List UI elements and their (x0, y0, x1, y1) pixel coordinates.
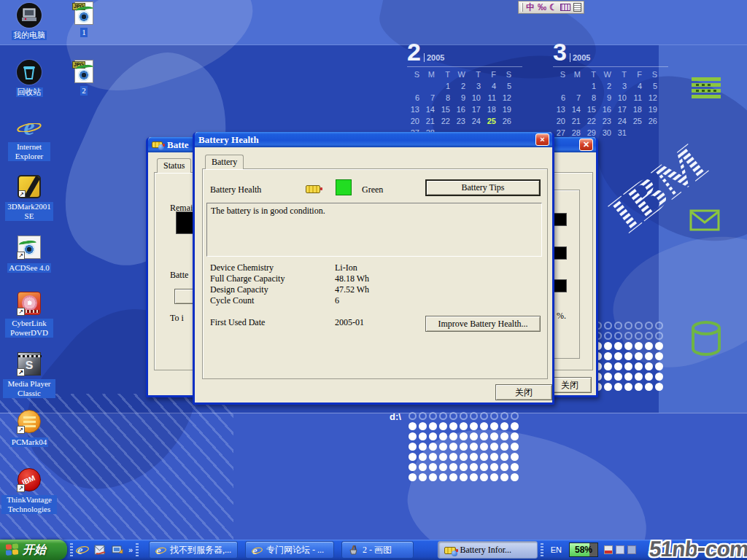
task-button-ie-2[interactable]: e 专门网论坛 - ... (245, 541, 334, 559)
close-icon[interactable]: × (535, 133, 549, 146)
halftone-dot (490, 412, 498, 420)
calendar-day: 9 (599, 93, 614, 102)
desktop-icon-my-computer[interactable]: 我的电脑 (1, 3, 57, 41)
shortcut-arrow-icon: ↗ (17, 426, 25, 434)
ime-halfwidth-icon[interactable]: ‰ (538, 2, 546, 12)
halftone-dot (645, 332, 653, 340)
improve-battery-health-button[interactable]: Improve Battery Health... (425, 316, 541, 332)
battery-tips-button[interactable]: Battery Tips (425, 179, 541, 196)
halftone-dot (614, 342, 622, 350)
calendar-year: 2005 (570, 53, 590, 62)
halftone-dot (511, 432, 519, 440)
taskband-grip[interactable] (136, 543, 139, 556)
prop-label: Cycle Count (210, 295, 254, 306)
task-button-ie-1[interactable]: e 找不到服务器,... (149, 541, 238, 559)
dialog-close-button[interactable]: 关闭 (495, 384, 552, 400)
desktop-icon-powerdvd[interactable]: ↗ CyberLink PowerDVD (1, 292, 57, 338)
background-close-button[interactable]: 关闭 (548, 377, 592, 393)
calendar-day: 19 (645, 105, 660, 114)
icon-label: ThinkVantage Technologies (1, 495, 57, 514)
halftone-dot (470, 453, 478, 461)
tab-battery[interactable]: Battery (205, 155, 244, 169)
halftone-dot (480, 463, 488, 471)
calendar-day: 2 (599, 82, 614, 90)
halftone-dot (614, 352, 622, 360)
desktop-icon-pcmark04[interactable]: ↗ PCMark04 (1, 410, 57, 448)
calendar-day (568, 82, 584, 90)
calendar-day: 1 (438, 82, 453, 90)
desktop-icon-thinkvantage[interactable]: IBM ↗ ThinkVantage Technologies (1, 468, 57, 515)
tray-icon[interactable] (627, 545, 636, 554)
ime-keyboard-icon[interactable] (560, 4, 570, 11)
calendar-day: 6 (407, 93, 422, 102)
halftone-dot (645, 342, 653, 350)
halftone-dot (460, 453, 468, 461)
halftone-dot (470, 432, 478, 440)
halftone-dot (419, 463, 427, 471)
icon-label: CyberLink PowerDVD (5, 319, 53, 338)
halftone-dot (429, 463, 437, 471)
desktop-icon-3dmark2001[interactable]: ↗ 3DMark2001 SE (1, 175, 57, 222)
calendar-day: 15 (438, 105, 453, 114)
shortcut-arrow-icon: ↗ (18, 190, 26, 198)
calendar-day: 3 (614, 82, 630, 90)
task-button-paint[interactable]: 2 - 画图 (341, 541, 414, 559)
calendar-day: 23 (599, 117, 614, 125)
powerdvd-icon: ↗ (18, 292, 41, 315)
desktop-icon-mpc[interactable]: s ↗ Media Player Classic (1, 352, 57, 399)
halftone-dot (645, 383, 653, 391)
show-desktop-icon[interactable] (111, 543, 124, 556)
halftone-dot (500, 412, 508, 420)
halftone-dot (511, 412, 519, 420)
halftone-dot (624, 362, 632, 370)
calendar-day: 19 (499, 105, 514, 114)
calendar-day: 6 (553, 93, 568, 102)
quicklaunch-grip[interactable] (70, 543, 73, 556)
prop-value: 6 (335, 295, 339, 306)
desktop-icon-jpg-2[interactable]: JPG 2 (58, 60, 109, 96)
icon-label: 我的电脑 (12, 31, 47, 40)
close-icon[interactable]: ✕ (579, 139, 593, 151)
calendar-day: 23 (453, 117, 468, 125)
ime-punctuation-icon[interactable]: ☾ (549, 2, 557, 12)
ime-language-bar[interactable]: 中 ‰ ☾ (518, 1, 584, 14)
halftone-dot (429, 432, 437, 440)
calendar-year: 2005 (424, 53, 444, 62)
tray-battery-meter[interactable]: 58% (569, 542, 598, 557)
ie-quicklaunch-icon[interactable]: e (76, 543, 89, 556)
desktop-icon-jpg-1[interactable]: JPG 1 (58, 1, 109, 38)
halftone-dot (419, 473, 427, 481)
halftone-dot (635, 322, 643, 330)
halftone-dot (439, 422, 447, 430)
language-indicator[interactable]: EN (551, 545, 562, 554)
calendar-day: 25 (630, 117, 645, 125)
paint-icon (348, 545, 359, 556)
calendar-day: 7 (422, 93, 438, 102)
halftone-dot (614, 322, 622, 330)
desktop-icon-acdsee[interactable]: ↗ ACDSee 4.0 (1, 236, 57, 273)
ime-grip[interactable] (521, 3, 523, 12)
window-title-fragment: Batte (167, 139, 189, 151)
tray-icon[interactable] (604, 545, 613, 554)
start-button[interactable]: 开始 (0, 540, 67, 560)
calendar-day: 4 (630, 82, 645, 90)
tray-icons (604, 545, 636, 554)
halftone-dot (500, 473, 508, 481)
halftone-dot (655, 342, 663, 350)
calendar-day: 24 (468, 117, 484, 125)
desktop-icon-internet-explorer[interactable]: e Internet Explorer (1, 115, 57, 162)
halftone-dot (604, 332, 612, 340)
ime-chinese-icon[interactable]: 中 (526, 2, 535, 12)
ime-menu-icon[interactable] (573, 3, 581, 12)
tray-icon[interactable] (616, 545, 624, 554)
outlook-express-icon[interactable] (93, 543, 107, 556)
halftone-dot (511, 453, 519, 461)
calendar-day: 11 (484, 93, 499, 102)
quicklaunch-overflow-chevron[interactable]: » (128, 545, 133, 554)
task-button-battery-information[interactable]: Battery Infor... (438, 541, 537, 559)
condition-textbox[interactable]: The battery is in good condition. (206, 203, 542, 257)
tab-status[interactable]: Status (157, 158, 191, 173)
battery-health-titlebar[interactable]: Battery Health × (195, 132, 552, 147)
desktop-icon-recycle-bin[interactable]: 回收站 (1, 60, 57, 98)
halftone-dot (635, 342, 643, 350)
